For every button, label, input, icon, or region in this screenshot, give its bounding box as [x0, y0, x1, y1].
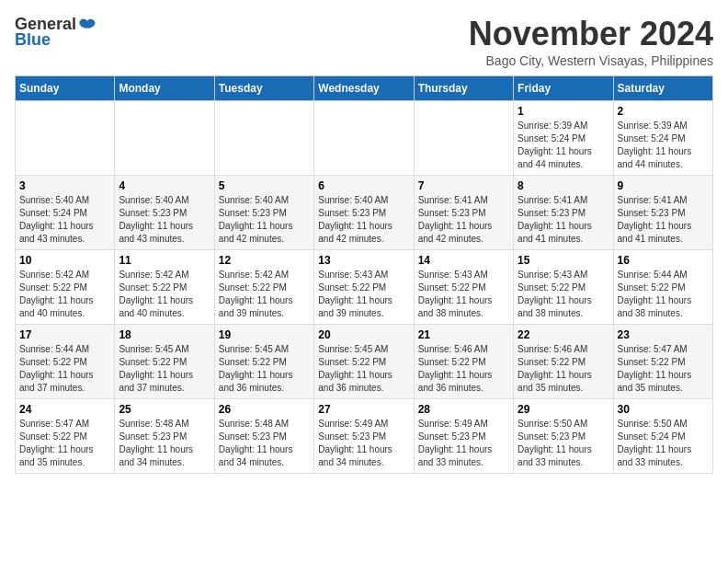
day-number: 7 [418, 179, 509, 192]
calendar-day-cell: 7Sunrise: 5:41 AMSunset: 5:23 PMDaylight… [414, 176, 513, 250]
calendar-day-cell: 18Sunrise: 5:45 AMSunset: 5:22 PMDayligh… [115, 325, 214, 399]
day-info: Sunrise: 5:42 AMSunset: 5:22 PMDaylight:… [19, 269, 110, 320]
calendar-day-cell: 28Sunrise: 5:49 AMSunset: 5:23 PMDayligh… [414, 399, 513, 474]
calendar-week-row: 1Sunrise: 5:39 AMSunset: 5:24 PMDaylight… [16, 101, 713, 176]
calendar-day-cell: 22Sunrise: 5:46 AMSunset: 5:22 PMDayligh… [514, 325, 613, 399]
calendar-day-cell: 23Sunrise: 5:47 AMSunset: 5:22 PMDayligh… [613, 325, 712, 399]
day-info: Sunrise: 5:43 AMSunset: 5:22 PMDaylight:… [318, 269, 409, 320]
calendar-day-cell: 12Sunrise: 5:42 AMSunset: 5:22 PMDayligh… [214, 250, 313, 325]
calendar-day-cell: 13Sunrise: 5:43 AMSunset: 5:22 PMDayligh… [314, 250, 414, 325]
calendar-day-cell: 29Sunrise: 5:50 AMSunset: 5:23 PMDayligh… [514, 399, 613, 474]
day-number: 30 [618, 403, 709, 416]
day-info: Sunrise: 5:47 AMSunset: 5:22 PMDaylight:… [19, 418, 110, 469]
title-section: November 2024 Bago City, Western Visayas… [469, 15, 713, 68]
calendar-day-cell: 16Sunrise: 5:44 AMSunset: 5:22 PMDayligh… [613, 250, 712, 325]
day-number: 22 [518, 328, 609, 341]
day-number: 28 [418, 403, 509, 416]
month-title: November 2024 [469, 15, 713, 53]
logo: General Blue [15, 15, 97, 50]
calendar-day-cell: 4Sunrise: 5:40 AMSunset: 5:23 PMDaylight… [115, 176, 214, 250]
calendar-day-cell [214, 101, 313, 176]
day-number: 13 [318, 254, 409, 267]
day-info: Sunrise: 5:40 AMSunset: 5:24 PMDaylight:… [19, 194, 110, 246]
day-number: 2 [618, 105, 709, 118]
day-number: 29 [518, 403, 609, 416]
page-header: General Blue November 2024 Bago City, We… [15, 15, 713, 68]
calendar-header-row: SundayMondayTuesdayWednesdayThursdayFrid… [16, 76, 713, 101]
day-info: Sunrise: 5:49 AMSunset: 5:23 PMDaylight:… [418, 418, 509, 469]
day-info: Sunrise: 5:41 AMSunset: 5:23 PMDaylight:… [618, 194, 709, 246]
calendar-week-row: 24Sunrise: 5:47 AMSunset: 5:22 PMDayligh… [16, 399, 713, 474]
day-info: Sunrise: 5:45 AMSunset: 5:22 PMDaylight:… [219, 343, 310, 395]
calendar-day-cell: 5Sunrise: 5:40 AMSunset: 5:23 PMDaylight… [214, 176, 313, 250]
weekday-header: Saturday [613, 76, 712, 101]
day-number: 23 [618, 328, 709, 341]
day-info: Sunrise: 5:41 AMSunset: 5:23 PMDaylight:… [418, 194, 509, 246]
day-number: 27 [318, 403, 409, 416]
day-info: Sunrise: 5:50 AMSunset: 5:24 PMDaylight:… [618, 418, 709, 469]
day-number: 11 [119, 254, 210, 267]
day-info: Sunrise: 5:41 AMSunset: 5:23 PMDaylight:… [518, 194, 609, 246]
weekday-header: Monday [115, 76, 214, 101]
calendar-day-cell: 8Sunrise: 5:41 AMSunset: 5:23 PMDaylight… [514, 176, 613, 250]
calendar-day-cell: 15Sunrise: 5:43 AMSunset: 5:22 PMDayligh… [514, 250, 613, 325]
calendar-day-cell [414, 101, 513, 176]
logo-bird-icon [78, 16, 97, 34]
day-info: Sunrise: 5:45 AMSunset: 5:22 PMDaylight:… [119, 343, 210, 395]
day-info: Sunrise: 5:42 AMSunset: 5:22 PMDaylight:… [219, 269, 310, 320]
day-info: Sunrise: 5:43 AMSunset: 5:22 PMDaylight:… [518, 269, 609, 320]
day-number: 19 [219, 328, 310, 341]
day-number: 4 [119, 179, 210, 192]
day-number: 1 [518, 105, 609, 118]
day-info: Sunrise: 5:47 AMSunset: 5:22 PMDaylight:… [618, 343, 709, 395]
calendar-day-cell: 26Sunrise: 5:48 AMSunset: 5:23 PMDayligh… [214, 399, 313, 474]
calendar-day-cell: 11Sunrise: 5:42 AMSunset: 5:22 PMDayligh… [115, 250, 214, 325]
calendar-week-row: 10Sunrise: 5:42 AMSunset: 5:22 PMDayligh… [16, 250, 713, 325]
day-number: 10 [19, 254, 110, 267]
day-info: Sunrise: 5:46 AMSunset: 5:22 PMDaylight:… [418, 343, 509, 395]
calendar-day-cell: 25Sunrise: 5:48 AMSunset: 5:23 PMDayligh… [115, 399, 214, 474]
day-number: 12 [219, 254, 310, 267]
day-info: Sunrise: 5:43 AMSunset: 5:22 PMDaylight:… [418, 269, 509, 320]
day-number: 24 [19, 403, 110, 416]
calendar-day-cell: 6Sunrise: 5:40 AMSunset: 5:23 PMDaylight… [314, 176, 414, 250]
day-info: Sunrise: 5:48 AMSunset: 5:23 PMDaylight:… [119, 418, 210, 469]
calendar-day-cell: 2Sunrise: 5:39 AMSunset: 5:24 PMDaylight… [613, 101, 712, 176]
day-info: Sunrise: 5:42 AMSunset: 5:22 PMDaylight:… [119, 269, 210, 320]
day-number: 8 [518, 179, 609, 192]
calendar-week-row: 3Sunrise: 5:40 AMSunset: 5:24 PMDaylight… [16, 176, 713, 250]
logo-blue-text: Blue [15, 30, 51, 50]
day-number: 6 [318, 179, 409, 192]
day-info: Sunrise: 5:49 AMSunset: 5:23 PMDaylight:… [318, 418, 409, 469]
day-info: Sunrise: 5:44 AMSunset: 5:22 PMDaylight:… [19, 343, 110, 395]
calendar-day-cell: 17Sunrise: 5:44 AMSunset: 5:22 PMDayligh… [16, 325, 115, 399]
calendar-day-cell: 14Sunrise: 5:43 AMSunset: 5:22 PMDayligh… [414, 250, 513, 325]
day-info: Sunrise: 5:45 AMSunset: 5:22 PMDaylight:… [318, 343, 409, 395]
day-number: 18 [119, 328, 210, 341]
day-info: Sunrise: 5:50 AMSunset: 5:23 PMDaylight:… [518, 418, 609, 469]
day-number: 21 [418, 328, 509, 341]
calendar-table: SundayMondayTuesdayWednesdayThursdayFrid… [15, 75, 713, 474]
day-number: 15 [518, 254, 609, 267]
weekday-header: Wednesday [314, 76, 414, 101]
day-info: Sunrise: 5:39 AMSunset: 5:24 PMDaylight:… [518, 120, 609, 171]
day-info: Sunrise: 5:40 AMSunset: 5:23 PMDaylight:… [119, 194, 210, 246]
calendar-day-cell: 19Sunrise: 5:45 AMSunset: 5:22 PMDayligh… [214, 325, 313, 399]
calendar-day-cell: 1Sunrise: 5:39 AMSunset: 5:24 PMDaylight… [514, 101, 613, 176]
weekday-header: Tuesday [214, 76, 313, 101]
day-number: 20 [318, 328, 409, 341]
day-info: Sunrise: 5:46 AMSunset: 5:22 PMDaylight:… [518, 343, 609, 395]
calendar-day-cell [115, 101, 214, 176]
day-info: Sunrise: 5:48 AMSunset: 5:23 PMDaylight:… [219, 418, 310, 469]
location-subtitle: Bago City, Western Visayas, Philippines [469, 53, 713, 68]
weekday-header: Friday [514, 76, 613, 101]
day-number: 14 [418, 254, 509, 267]
calendar-day-cell: 9Sunrise: 5:41 AMSunset: 5:23 PMDaylight… [613, 176, 712, 250]
weekday-header: Thursday [414, 76, 513, 101]
calendar-day-cell: 30Sunrise: 5:50 AMSunset: 5:24 PMDayligh… [613, 399, 712, 474]
calendar-day-cell [314, 101, 414, 176]
day-number: 9 [618, 179, 709, 192]
day-info: Sunrise: 5:39 AMSunset: 5:24 PMDaylight:… [618, 120, 709, 171]
day-number: 17 [19, 328, 110, 341]
day-info: Sunrise: 5:40 AMSunset: 5:23 PMDaylight:… [318, 194, 409, 246]
